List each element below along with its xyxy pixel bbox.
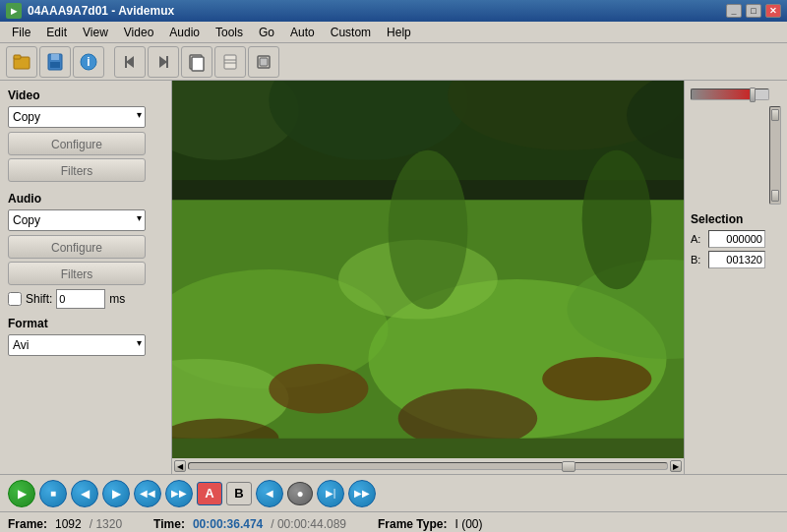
vertical-scrollbar[interactable]: [769, 106, 781, 205]
fast-forward-button[interactable]: ▶▶: [165, 480, 193, 507]
jump-end-button[interactable]: ▶|: [317, 480, 344, 507]
menu-go[interactable]: Go: [251, 24, 282, 41]
frame-type-label: Frame Type:: [378, 517, 447, 531]
svg-point-30: [269, 364, 368, 414]
brightness-slider[interactable]: [691, 89, 769, 100]
frame-type-value: I (00): [454, 517, 482, 531]
minimize-button[interactable]: _: [726, 4, 742, 18]
format-wrapper: Avi MKV MP4: [8, 334, 146, 356]
prev-segment-button[interactable]: [114, 46, 146, 78]
app-icon: ▶: [6, 3, 22, 19]
menu-tools[interactable]: Tools: [208, 24, 251, 41]
format-select[interactable]: Avi MKV MP4: [8, 334, 146, 356]
right-panel: Selection A: B:: [684, 81, 787, 474]
scroll-track[interactable]: [188, 462, 668, 470]
selection-box: Selection A: B:: [691, 212, 781, 271]
audio-codec-select[interactable]: Copy AAC MP3: [8, 209, 146, 231]
svg-point-36: [582, 150, 652, 289]
transport-bar: ▶ ■ ◀ ▶ ◀◀ ▶▶ A B ◀ ● ▶| ▶▶: [0, 474, 787, 511]
video-filters-button[interactable]: Filters: [8, 158, 146, 182]
audio-configure-button[interactable]: Configure: [8, 235, 146, 259]
prev-frame-button[interactable]: ◀: [71, 480, 98, 507]
a-label: A:: [691, 233, 704, 245]
copy-segment-button[interactable]: [181, 46, 212, 78]
selection-title: Selection: [691, 212, 781, 226]
selection-a-row: A:: [691, 230, 781, 248]
svg-marker-7: [126, 56, 134, 68]
video-area: ◀ ▶: [172, 81, 684, 474]
time-label: Time:: [153, 517, 185, 531]
selection-a-input[interactable]: [708, 230, 765, 248]
shift-unit-label: ms: [109, 292, 125, 306]
scroll-right-btn[interactable]: ▶: [670, 460, 682, 472]
jump-next-button[interactable]: ▶▶: [348, 480, 376, 507]
mark-b-button[interactable]: B: [226, 482, 252, 505]
svg-rect-1: [14, 55, 21, 59]
video-frame: [172, 81, 684, 458]
crop-button[interactable]: [248, 46, 279, 78]
menu-file[interactable]: File: [4, 24, 38, 41]
menu-audio[interactable]: Audio: [161, 24, 208, 41]
video-scrollbar[interactable]: ◀ ▶: [172, 458, 684, 474]
svg-marker-9: [159, 56, 167, 68]
menu-auto[interactable]: Auto: [282, 24, 323, 41]
close-button[interactable]: ✕: [765, 4, 781, 18]
vertical-scroll-container: [691, 106, 781, 205]
rewind-button[interactable]: ◀◀: [134, 480, 161, 507]
video-section-label: Video: [8, 89, 163, 102]
shift-input[interactable]: [56, 289, 105, 309]
next-frame-button[interactable]: ▶: [102, 480, 130, 507]
statusbar: Frame: 1092 / 1320 Time: 00:00:36.474 / …: [0, 511, 787, 532]
audio-filters-button[interactable]: Filters: [8, 262, 146, 285]
audio-codec-wrapper: Copy AAC MP3: [8, 209, 146, 231]
vscroll-down-btn[interactable]: [771, 190, 779, 202]
info-button[interactable]: i: [73, 46, 104, 78]
menu-edit[interactable]: Edit: [38, 24, 75, 41]
video-codec-select[interactable]: Copy MPEG-4 AVC MPEG-4 ASP: [8, 106, 146, 128]
frame-total: / 1320: [90, 517, 122, 531]
format-section: Format Avi MKV MP4: [8, 317, 163, 356]
svg-rect-13: [224, 55, 236, 69]
frame-current: 1092: [55, 517, 82, 531]
open-file-button[interactable]: [6, 46, 37, 78]
menu-view[interactable]: View: [75, 24, 116, 41]
time-total: / 00:00:44.089: [271, 517, 346, 531]
next-segment-button[interactable]: [148, 46, 179, 78]
svg-point-35: [389, 150, 468, 310]
menu-help[interactable]: Help: [379, 24, 419, 41]
shift-checkbox[interactable]: [8, 292, 22, 306]
main-content: Video Copy MPEG-4 AVC MPEG-4 ASP Configu…: [0, 81, 787, 474]
svg-rect-12: [192, 57, 204, 71]
selection-b-input[interactable]: [708, 251, 765, 268]
scroll-left-btn[interactable]: ◀: [174, 460, 186, 472]
scroll-thumb[interactable]: [562, 461, 575, 472]
window-controls: _ □ ✕: [726, 4, 781, 18]
brightness-handle[interactable]: [750, 88, 756, 102]
save-file-button[interactable]: [39, 46, 71, 78]
play-button[interactable]: ▶: [8, 480, 35, 507]
toolbar: i: [0, 43, 787, 81]
vscroll-up-btn[interactable]: [771, 109, 779, 121]
format-section-label: Format: [8, 317, 163, 330]
svg-point-32: [542, 357, 651, 400]
audio-section-label: Audio: [8, 192, 163, 206]
mark-a-button[interactable]: A: [197, 482, 222, 505]
audio-codec-row: Copy AAC MP3: [8, 209, 163, 231]
svg-rect-4: [50, 62, 60, 68]
frame-label: Frame:: [8, 517, 47, 531]
maximize-button[interactable]: □: [746, 4, 761, 18]
svg-rect-34: [172, 439, 684, 458]
video-codec-row: Copy MPEG-4 AVC MPEG-4 ASP: [8, 106, 163, 128]
window-title: 04AAA9A7d01 - Avidemux: [28, 4, 726, 18]
cut-button[interactable]: ◀: [256, 480, 283, 507]
stop-button[interactable]: ■: [39, 480, 67, 507]
brightness-control: [691, 87, 781, 102]
menu-custom[interactable]: Custom: [323, 24, 379, 41]
menu-video[interactable]: Video: [116, 24, 161, 41]
insert-button[interactable]: ●: [287, 482, 313, 505]
video-configure-button[interactable]: Configure: [8, 132, 146, 155]
time-current: 00:00:36.474: [193, 517, 263, 531]
svg-rect-17: [260, 58, 268, 66]
shift-row: Shift: ms: [8, 289, 163, 309]
paste-button[interactable]: [214, 46, 246, 78]
